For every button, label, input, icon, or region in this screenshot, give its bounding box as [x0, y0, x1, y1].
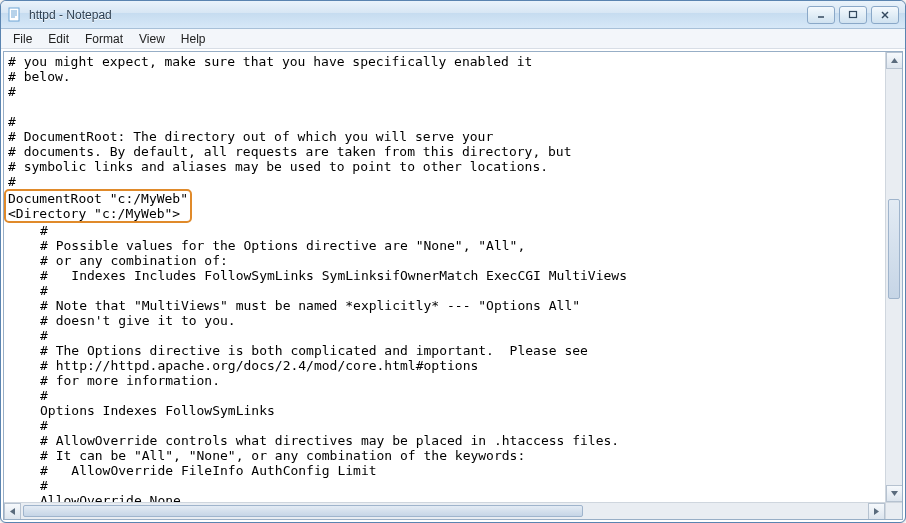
scroll-left-button[interactable] — [4, 503, 21, 520]
client-area: # you might expect, make sure that you h… — [3, 51, 903, 520]
text-line: # — [40, 418, 885, 433]
text-line: # DocumentRoot: The directory out of whi… — [8, 129, 493, 144]
text-line: # — [8, 84, 16, 99]
text-line: DocumentRoot "c:/MyWeb" — [8, 191, 188, 206]
text-line: # AllowOverride controls what directives… — [40, 433, 885, 448]
svg-rect-6 — [850, 11, 857, 17]
text-line: # It can be "All", "None", or any combin… — [40, 448, 885, 463]
svg-marker-10 — [891, 491, 898, 496]
highlight-annotation: DocumentRoot "c:/MyWeb" <Directory "c:/M… — [4, 189, 192, 223]
text-line: # you might expect, make sure that you h… — [8, 54, 532, 69]
horizontal-scrollbar[interactable] — [4, 502, 885, 519]
notepad-window: httpd - Notepad File Edit Format View He… — [0, 0, 906, 523]
minimize-button[interactable] — [807, 6, 835, 24]
text-line: # — [8, 174, 16, 189]
text-line: # — [8, 114, 16, 129]
text-line: # or any combination of: — [40, 253, 885, 268]
text-line: AllowOverride None — [40, 493, 885, 502]
text-line: # documents. By default, all requests ar… — [8, 144, 572, 159]
vertical-scrollbar[interactable] — [885, 52, 902, 502]
text-line: # http://httpd.apache.org/docs/2.4/mod/c… — [40, 358, 885, 373]
maximize-button[interactable] — [839, 6, 867, 24]
scroll-right-button[interactable] — [868, 503, 885, 520]
text-line: # Note that "MultiViews" must be named *… — [40, 298, 885, 313]
horizontal-scroll-track[interactable] — [21, 503, 868, 519]
text-line: # Possible values for the Options direct… — [40, 238, 885, 253]
editor-viewport: # you might expect, make sure that you h… — [4, 52, 885, 502]
text-line: # — [40, 388, 885, 403]
svg-marker-9 — [891, 58, 898, 63]
horizontal-scroll-thumb[interactable] — [23, 505, 583, 517]
text-line: # — [40, 283, 885, 298]
text-line: # The Options directive is both complica… — [40, 343, 885, 358]
svg-marker-11 — [10, 508, 15, 515]
text-line: Options Indexes FollowSymLinks — [40, 403, 885, 418]
text-line: # — [40, 478, 885, 493]
notepad-icon — [7, 7, 23, 23]
text-line: # AllowOverride FileInfo AuthConfig Limi… — [40, 463, 885, 478]
svg-marker-12 — [874, 508, 879, 515]
text-line: # — [40, 328, 885, 343]
window-title: httpd - Notepad — [29, 8, 807, 22]
scroll-down-button[interactable] — [886, 485, 903, 502]
text-line: # for more information. — [40, 373, 885, 388]
menu-help[interactable]: Help — [173, 30, 214, 48]
menu-view[interactable]: View — [131, 30, 173, 48]
vertical-scroll-thumb[interactable] — [888, 199, 900, 299]
text-line: <Directory "c:/MyWeb"> — [8, 206, 180, 221]
scroll-up-button[interactable] — [886, 52, 903, 69]
window-controls — [807, 6, 899, 24]
menu-edit[interactable]: Edit — [40, 30, 77, 48]
menu-format[interactable]: Format — [77, 30, 131, 48]
vertical-scroll-track[interactable] — [886, 69, 902, 485]
menubar: File Edit Format View Help — [1, 29, 905, 49]
text-line: # doesn't give it to you. — [40, 313, 885, 328]
text-line: # symbolic links and aliases may be used… — [8, 159, 548, 174]
scrollbar-corner — [885, 502, 902, 519]
titlebar[interactable]: httpd - Notepad — [1, 1, 905, 29]
text-line: # below. — [8, 69, 71, 84]
close-button[interactable] — [871, 6, 899, 24]
text-editor[interactable]: # you might expect, make sure that you h… — [4, 52, 885, 502]
text-line: # — [40, 223, 885, 238]
text-line: # Indexes Includes FollowSymLinks SymLin… — [40, 268, 885, 283]
menu-file[interactable]: File — [5, 30, 40, 48]
